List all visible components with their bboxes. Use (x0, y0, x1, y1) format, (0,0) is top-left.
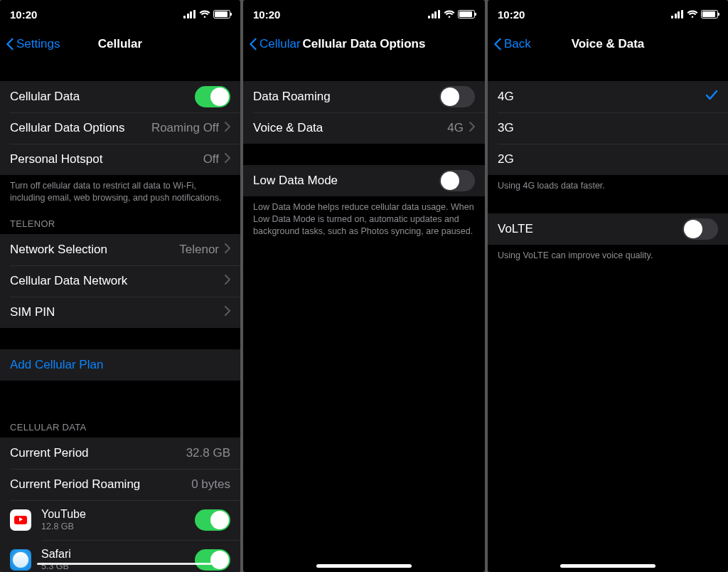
low-data-mode-row[interactable]: Low Data Mode (243, 165, 485, 196)
add-plan-label: Add Cellular Plan (10, 358, 103, 372)
status-bar: 10:20 (0, 0, 240, 28)
sim-pin-row[interactable]: SIM PIN (0, 297, 240, 328)
back-button[interactable]: Settings (3, 34, 63, 54)
chevron-left-icon (6, 38, 14, 51)
cellular-data-label: Cellular Data (10, 90, 80, 104)
nav-bar: Settings Cellular (0, 28, 240, 60)
row-label: Cellular Data Network (10, 274, 127, 288)
add-cellular-plan-row[interactable]: Add Cellular Plan (0, 349, 240, 381)
option-label: 3G (498, 121, 514, 135)
status-icons (183, 10, 230, 18)
section-footer: Using VoLTE can improve voice quality. (488, 245, 728, 262)
option-2g[interactable]: 2G (488, 144, 728, 175)
cellular-data-toggle[interactable] (195, 86, 230, 107)
battery-icon (213, 10, 230, 18)
nav-title: Cellular Data Options (303, 37, 426, 51)
section-footer: Using 4G loads data faster. (488, 175, 728, 192)
nav-title: Cellular (98, 37, 142, 51)
chevron-left-icon (249, 38, 257, 51)
cellular-data-row[interactable]: Cellular Data (0, 81, 240, 112)
option-label: 4G (498, 90, 514, 104)
row-label: Data Roaming (253, 90, 331, 104)
chevron-right-icon (469, 121, 475, 135)
option-4g[interactable]: 4G (488, 81, 728, 112)
signal-icon (428, 10, 441, 18)
option-label: 2G (498, 152, 514, 166)
section-header: TELENOR (0, 218, 240, 234)
current-roaming-row: Current Period Roaming 0 bytes (0, 469, 240, 500)
data-roaming-toggle[interactable] (439, 86, 475, 107)
chevron-left-icon (493, 38, 502, 51)
status-bar: 10:20 (488, 0, 728, 28)
youtube-icon (10, 509, 31, 531)
row-label: Low Data Mode (253, 174, 338, 188)
nav-title: Voice & Data (572, 37, 645, 51)
section-footer: Low Data Mode helps reduce cellular data… (243, 196, 485, 238)
checkmark-icon (705, 90, 718, 105)
app-usage: 12.8 GB (41, 521, 86, 531)
status-time: 10:20 (498, 9, 525, 21)
personal-hotspot-row[interactable]: Personal Hotspot Off (0, 144, 240, 175)
scroll-indicator[interactable] (37, 563, 212, 565)
wifi-icon (444, 10, 455, 18)
cellular-data-network-row[interactable]: Cellular Data Network (0, 265, 240, 297)
chevron-right-icon (225, 243, 230, 257)
screen-voice-data: 10:20 Back Voice & Data 4G 3G (488, 0, 728, 572)
network-selection-row[interactable]: Network Selection Telenor (0, 234, 240, 265)
app-name: YouTube (41, 508, 86, 521)
row-label: Network Selection (10, 243, 107, 257)
home-indicator[interactable] (316, 564, 412, 568)
back-button[interactable]: Cellular (246, 34, 304, 54)
cellular-options-row[interactable]: Cellular Data Options Roaming Off (0, 112, 240, 144)
row-value: 0 bytes (191, 477, 230, 492)
low-data-toggle[interactable] (439, 170, 475, 191)
back-button[interactable]: Back (491, 34, 534, 54)
section-footer: Turn off cellular data to restrict all d… (0, 175, 240, 204)
voice-data-row[interactable]: Voice & Data 4G (243, 112, 485, 144)
battery-icon (701, 10, 718, 18)
screen-cellular: 10:20 Settings Cellular Cellular Data Ce… (0, 0, 240, 572)
option-3g[interactable]: 3G (488, 112, 728, 144)
chevron-right-icon (225, 152, 230, 166)
status-icons (671, 10, 718, 18)
status-time: 10:20 (253, 9, 280, 21)
wifi-icon (687, 10, 698, 18)
chevron-right-icon (225, 274, 230, 288)
chevron-right-icon (225, 305, 230, 319)
row-label: Cellular Data Options (10, 121, 125, 135)
app-toggle[interactable] (195, 549, 230, 571)
safari-icon (10, 549, 31, 571)
row-label: Current Period Roaming (10, 477, 140, 492)
status-icons (428, 10, 475, 18)
volte-row[interactable]: VoLTE (488, 213, 728, 245)
app-name: Safari (41, 548, 71, 561)
row-value: 32.8 GB (186, 446, 230, 460)
row-value: Telenor (179, 243, 219, 257)
row-label: Current Period (10, 446, 89, 460)
home-indicator[interactable] (560, 564, 655, 568)
row-value: 4G (447, 121, 464, 135)
row-value: Roaming Off (151, 121, 219, 135)
signal-icon (183, 10, 196, 18)
row-label: VoLTE (498, 222, 533, 236)
chevron-right-icon (225, 121, 230, 135)
app-usage-safari[interactable]: Safari 5.3 GB (0, 540, 240, 572)
nav-bar: Back Voice & Data (488, 28, 728, 60)
app-toggle[interactable] (195, 509, 230, 531)
row-label: Personal Hotspot (10, 152, 102, 166)
back-label: Settings (16, 37, 60, 51)
signal-icon (671, 10, 684, 18)
row-value: Off (203, 152, 219, 166)
app-usage-youtube[interactable]: YouTube 12.8 GB (0, 500, 240, 540)
back-label: Back (504, 37, 531, 51)
wifi-icon (199, 10, 210, 18)
battery-icon (458, 10, 475, 18)
screen-cellular-options: 10:20 Cellular Cellular Data Options Dat… (243, 0, 485, 572)
data-roaming-row[interactable]: Data Roaming (243, 81, 485, 112)
status-bar: 10:20 (243, 0, 485, 28)
row-label: Voice & Data (253, 121, 323, 135)
current-period-row: Current Period 32.8 GB (0, 438, 240, 469)
row-label: SIM PIN (10, 305, 55, 319)
section-header: CELLULAR DATA (0, 422, 240, 438)
volte-toggle[interactable] (682, 218, 718, 240)
